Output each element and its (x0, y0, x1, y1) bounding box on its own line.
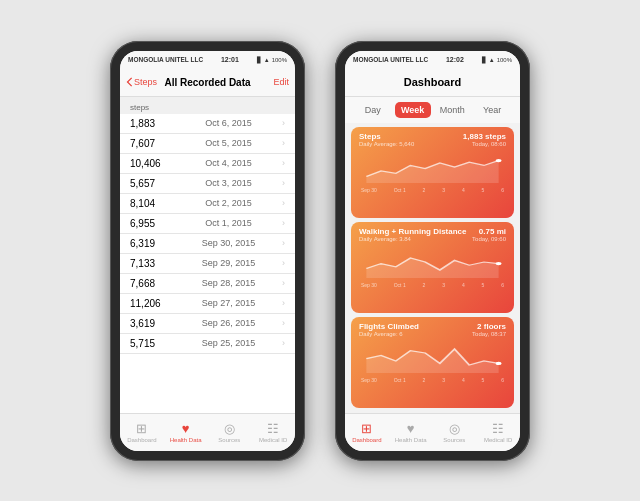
list-item[interactable]: 8,104 Oct 2, 2015 › (120, 194, 295, 214)
period-day[interactable]: Day (355, 102, 391, 118)
steps-card-subtitle: Daily Average: 5,640 (359, 141, 414, 147)
steps-value-11: 5,715 (130, 338, 175, 349)
steps-value-7: 7,133 (130, 258, 175, 269)
tab-health-data-1[interactable]: ♥ Health Data (164, 421, 208, 443)
steps-date-1: Oct 5, 2015 (205, 138, 252, 148)
walking-card-subtitle: Daily Average: 3.84 (359, 236, 467, 242)
edit-button-1[interactable]: Edit (273, 77, 289, 87)
dashboard-tab-icon-2: ⊞ (361, 421, 372, 436)
steps-date-9: Sep 27, 2015 (202, 298, 256, 308)
walk-label-1: Oct 1 (394, 282, 406, 288)
back-button-1[interactable]: Steps (126, 77, 157, 87)
step-label-5: 5 (482, 187, 485, 193)
flight-label-3: 3 (442, 377, 445, 383)
chevron-icon-8: › (282, 278, 285, 288)
steps-card: Steps Daily Average: 5,640 1,883 steps T… (351, 127, 514, 218)
list-item[interactable]: 11,206 Sep 27, 2015 › (120, 294, 295, 314)
steps-value-3: 5,657 (130, 178, 175, 189)
tab-sources-2[interactable]: ◎ Sources (433, 421, 477, 443)
list-item[interactable]: 7,607 Oct 5, 2015 › (120, 134, 295, 154)
walking-card-value-sub: Today, 09:60 (472, 236, 506, 242)
tab-sources-1[interactable]: ◎ Sources (208, 421, 252, 443)
list-item[interactable]: 1,883 Oct 6, 2015 › (120, 114, 295, 134)
step-label-2: 2 (423, 187, 426, 193)
steps-value-10: 3,619 (130, 318, 175, 329)
steps-card-value-sub: Today, 08:60 (463, 141, 506, 147)
tab-bar-1: ⊞ Dashboard ♥ Health Data ◎ Sources ☷ Me… (120, 413, 295, 451)
walking-card-header: Walking + Running Distance Daily Average… (359, 227, 506, 242)
chevron-icon-11: › (282, 338, 285, 348)
period-week[interactable]: Week (395, 102, 431, 118)
chevron-icon-3: › (282, 178, 285, 188)
svg-marker-5 (366, 349, 498, 373)
flights-card-title: Flights Climbed (359, 322, 419, 331)
tab-dashboard-2[interactable]: ⊞ Dashboard (345, 421, 389, 443)
step-label-6: 6 (501, 187, 504, 193)
list-item[interactable]: 3,619 Sep 26, 2015 › (120, 314, 295, 334)
sources-tab-label-1: Sources (218, 437, 240, 443)
walking-card: Walking + Running Distance Daily Average… (351, 222, 514, 313)
phone-1-screen: MONGOLIA UNITEL LLC 12:01 ▊ ▲ 100% Steps… (120, 51, 295, 451)
flights-card-info: Flights Climbed Daily Average: 6 (359, 322, 419, 337)
flights-card-subtitle: Daily Average: 6 (359, 331, 419, 337)
list-item[interactable]: 10,406 Oct 4, 2015 › (120, 154, 295, 174)
flight-label-5: 5 (482, 377, 485, 383)
walk-label-6: 6 (501, 282, 504, 288)
step-label-0: Sep 30 (361, 187, 377, 193)
flights-chart-labels: Sep 30 Oct 1 2 3 4 5 6 (359, 377, 506, 383)
nav-title-1: All Recorded Data (164, 77, 250, 88)
walk-label-0: Sep 30 (361, 282, 377, 288)
list-item[interactable]: 6,319 Sep 30, 2015 › (120, 234, 295, 254)
walking-chart-labels: Sep 30 Oct 1 2 3 4 5 6 (359, 282, 506, 288)
steps-date-10: Sep 26, 2015 (202, 318, 256, 328)
period-selector: Day Week Month Year (345, 97, 520, 123)
sources-tab-icon-1: ◎ (224, 421, 235, 436)
steps-card-header: Steps Daily Average: 5,640 1,883 steps T… (359, 132, 506, 147)
time-2: 12:02 (446, 56, 464, 63)
steps-date-0: Oct 6, 2015 (205, 118, 252, 128)
chevron-icon-10: › (282, 318, 285, 328)
steps-rows: 1,883 Oct 6, 2015 › 7,607 Oct 5, 2015 › … (120, 114, 295, 354)
steps-value-2: 10,406 (130, 158, 175, 169)
list-item[interactable]: 7,133 Sep 29, 2015 › (120, 254, 295, 274)
tab-bar-2: ⊞ Dashboard ♥ Health Data ◎ Sources ☷ Me… (345, 413, 520, 451)
steps-card-title: Steps (359, 132, 414, 141)
signal-icon: ▊ (257, 56, 262, 63)
tab-medical-id-2[interactable]: ☷ Medical ID (476, 421, 520, 443)
dashboard-screen: Day Week Month Year Steps Daily Average:… (345, 97, 520, 451)
sources-tab-icon-2: ◎ (449, 421, 460, 436)
dashboard-nav: Dashboard (345, 69, 520, 97)
flights-card-value: 2 floors (472, 322, 506, 331)
list-item[interactable]: 5,715 Sep 25, 2015 › (120, 334, 295, 354)
period-month[interactable]: Month (435, 102, 471, 118)
steps-value-1: 7,607 (130, 138, 175, 149)
list-item[interactable]: 5,657 Oct 3, 2015 › (120, 174, 295, 194)
list-item[interactable]: 7,668 Sep 28, 2015 › (120, 274, 295, 294)
flights-card-value-sub: Today, 08:37 (472, 331, 506, 337)
medical-tab-label-2: Medical ID (484, 437, 512, 443)
steps-date-8: Sep 28, 2015 (202, 278, 256, 288)
battery-icon-2: 100% (497, 57, 512, 63)
step-label-1: Oct 1 (394, 187, 406, 193)
sources-tab-label-2: Sources (443, 437, 465, 443)
svg-marker-3 (366, 258, 498, 278)
wifi-icon: ▲ (264, 57, 270, 63)
steps-date-7: Sep 29, 2015 (202, 258, 256, 268)
list-item[interactable]: 6,955 Oct 1, 2015 › (120, 214, 295, 234)
wifi-icon-2: ▲ (489, 57, 495, 63)
steps-value-5: 6,955 (130, 218, 175, 229)
step-label-4: 4 (462, 187, 465, 193)
walking-card-value: 0.75 mi (472, 227, 506, 236)
tab-dashboard-1[interactable]: ⊞ Dashboard (120, 421, 164, 443)
dashboard-title: Dashboard (404, 76, 461, 88)
steps-list: steps 1,883 Oct 6, 2015 › 7,607 Oct 5, 2… (120, 97, 295, 413)
phone-1: MONGOLIA UNITEL LLC 12:01 ▊ ▲ 100% Steps… (110, 41, 305, 461)
status-icons-2: ▊ ▲ 100% (482, 56, 512, 63)
flight-label-2: 2 (423, 377, 426, 383)
tab-medical-id-1[interactable]: ☷ Medical ID (251, 421, 295, 443)
walk-label-4: 4 (462, 282, 465, 288)
cards-container: Steps Daily Average: 5,640 1,883 steps T… (345, 123, 520, 413)
tab-health-data-2[interactable]: ♥ Health Data (389, 421, 433, 443)
period-year[interactable]: Year (474, 102, 510, 118)
health-tab-label-2: Health Data (395, 437, 427, 443)
